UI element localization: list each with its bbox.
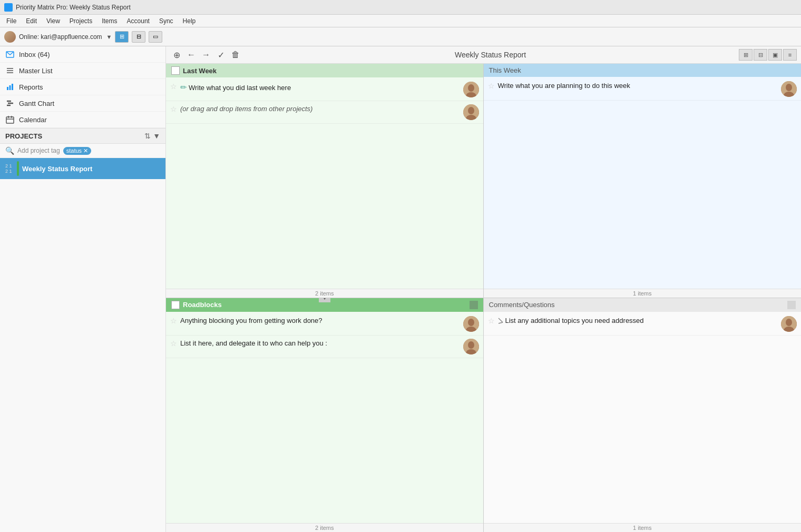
status-tag-badge: status ✕ xyxy=(63,147,91,155)
sidebar-item-calendar[interactable]: Calendar xyxy=(0,112,165,128)
quadrant-roadblocks: Roadblocks ☆ Anything blocking you from … xyxy=(166,298,484,533)
svg-point-27 xyxy=(468,341,474,349)
check-btn[interactable]: ✓ xyxy=(214,48,227,61)
svg-line-29 xyxy=(499,318,503,322)
main-layout: Inbox (64) Master List Reports Gantt Cha… xyxy=(0,46,801,532)
task-content: List it here, and delegate it to who can… xyxy=(180,339,460,348)
star-icon[interactable]: ☆ xyxy=(170,82,177,91)
resize-handle[interactable] xyxy=(319,298,330,302)
sidebar-item-masterlist[interactable]: Master List xyxy=(0,63,165,79)
menu-view[interactable]: View xyxy=(42,16,64,26)
task-item: ☆ Write what you are planning to do this… xyxy=(484,78,802,101)
svg-line-30 xyxy=(499,322,503,323)
header-checkbox-rb[interactable] xyxy=(171,301,180,309)
star-icon[interactable]: ☆ xyxy=(170,317,177,325)
header-checkbox-lw[interactable] xyxy=(171,66,180,75)
title-bar-text: Priority Matrix Pro: Weekly Status Repor… xyxy=(16,4,131,11)
grid-view-btn[interactable]: ⊞ xyxy=(739,49,753,61)
pencil-icon: ✏ xyxy=(180,83,187,92)
task-item: ☆ Anything blocking you from getting wor… xyxy=(166,313,483,336)
comments-title: Comments/Questions xyxy=(489,301,788,309)
svg-point-24 xyxy=(468,319,474,326)
split-view-btn[interactable]: ▣ xyxy=(768,49,782,61)
sidebar-item-inbox[interactable]: Inbox (64) xyxy=(0,46,165,63)
toolbar: Online: kari@appfluence.com ▼ ⊞ ⊟ ▭ xyxy=(0,27,801,46)
status-dropdown[interactable]: ▼ xyxy=(106,34,112,40)
back-btn[interactable]: ← xyxy=(185,48,198,61)
quadrant-grid: Last Week ☆ ✏Write what you did last wee… xyxy=(166,64,801,532)
last-week-title: Last Week xyxy=(180,67,478,75)
task-item: ☆ (or drag and drop items from other pro… xyxy=(166,101,483,124)
svg-rect-6 xyxy=(12,84,13,90)
delete-btn[interactable]: 🗑 xyxy=(229,48,242,61)
star-icon[interactable]: ☆ xyxy=(170,339,177,348)
calendar-label: Calendar xyxy=(19,116,47,124)
menu-sync[interactable]: Sync xyxy=(155,16,178,26)
reports-label: Reports xyxy=(19,83,43,91)
this-week-items: ☆ Write what you are planning to do this… xyxy=(484,77,802,289)
remove-tag-icon[interactable]: ✕ xyxy=(83,147,88,154)
projects-title: PROJECTS xyxy=(5,132,144,140)
list-view-btn[interactable]: ⊟ xyxy=(754,49,767,61)
menu-file[interactable]: File xyxy=(2,16,21,26)
task-avatar xyxy=(463,316,479,332)
task-text: ✏Write what you did last week here xyxy=(180,84,291,92)
quadrant-comments-header: Comments/Questions xyxy=(484,298,802,312)
task-content: Anything blocking you from getting work … xyxy=(180,316,460,326)
star-icon[interactable]: ☆ xyxy=(488,82,495,90)
add-tag-label[interactable]: Add project tag xyxy=(17,147,60,154)
settings-view-btn[interactable]: ≡ xyxy=(783,49,797,61)
zoom-in-btn[interactable]: ⊕ xyxy=(170,48,183,61)
task-text: Anything blocking you from getting work … xyxy=(180,317,323,324)
menu-help[interactable]: Help xyxy=(179,16,200,26)
quadrant-this-week-header: This Week xyxy=(484,64,802,77)
last-week-footer: 2 items xyxy=(166,289,483,298)
q4-corner xyxy=(787,301,796,309)
task-content: Write what you are planning to do this w… xyxy=(498,81,778,91)
task-item: ☆ ✏Write what you did last week here xyxy=(166,78,483,101)
svg-point-21 xyxy=(786,84,792,91)
task-content: List any additional topics you need addr… xyxy=(498,316,778,326)
task-avatar xyxy=(781,81,797,97)
menu-projects[interactable]: Projects xyxy=(65,16,96,26)
menu-items[interactable]: Items xyxy=(97,16,121,26)
online-status: Online: kari@appfluence.com xyxy=(19,33,102,41)
project-numbers: 2 1 2 1 xyxy=(5,163,14,174)
forward-btn[interactable]: → xyxy=(200,48,212,61)
filter-icon[interactable]: ▼ xyxy=(153,132,160,140)
star-icon[interactable]: ☆ xyxy=(170,105,177,113)
view-btn-3[interactable]: ▭ xyxy=(149,31,162,43)
menu-bar: File Edit View Projects Items Account Sy… xyxy=(0,15,801,27)
view-btn-1[interactable]: ⊞ xyxy=(115,31,129,43)
view-btn-2[interactable]: ⊟ xyxy=(132,31,145,43)
svg-rect-4 xyxy=(7,87,8,90)
this-week-footer: 1 items xyxy=(484,289,802,298)
roadblocks-footer: 2 items xyxy=(166,523,483,532)
sidebar-item-reports[interactable]: Reports xyxy=(0,79,165,95)
sidebar-item-gantt[interactable]: Gantt Chart xyxy=(0,95,165,112)
inbox-icon xyxy=(5,50,15,59)
q3-corner xyxy=(470,301,478,309)
gantt-icon xyxy=(5,98,15,108)
menu-edit[interactable]: Edit xyxy=(22,16,41,26)
roadblocks-items: ☆ Anything blocking you from getting wor… xyxy=(166,312,483,524)
star-icon[interactable]: ☆ xyxy=(488,317,495,325)
project-item-weekly-status[interactable]: 2 1 2 1 Weekly Status Report xyxy=(0,158,165,179)
project-tag-row: 🔍 Add project tag status ✕ xyxy=(0,144,165,158)
sort-icon[interactable]: ⇅ xyxy=(144,132,151,140)
quadrant-last-week: Last Week ☆ ✏Write what you did last wee… xyxy=(166,64,484,298)
task-text: List it here, and delegate it to who can… xyxy=(180,339,327,347)
project-name: Weekly Status Report xyxy=(22,165,92,173)
task-item: ☆ List any additional topics you need ad… xyxy=(484,313,802,336)
menu-account[interactable]: Account xyxy=(123,16,154,26)
task-avatar xyxy=(463,82,479,97)
task-content: ✏Write what you did last week here xyxy=(180,82,460,93)
quadrant-this-week: This Week ☆ Write what you are planning … xyxy=(484,64,802,298)
masterlist-label: Master List xyxy=(19,67,53,75)
quadrant-comments: Comments/Questions ☆ List any additional… xyxy=(484,298,802,533)
svg-point-18 xyxy=(468,107,474,114)
title-bar: Priority Matrix Pro: Weekly Status Repor… xyxy=(0,0,801,15)
user-avatar xyxy=(4,31,16,43)
comments-footer: 1 items xyxy=(484,523,802,532)
svg-point-15 xyxy=(468,84,474,92)
